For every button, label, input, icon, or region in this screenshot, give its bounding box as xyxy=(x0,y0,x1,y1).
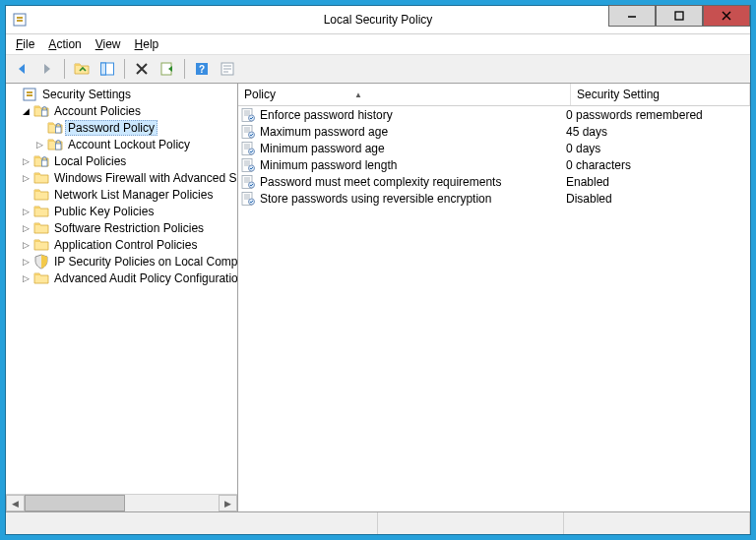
folder-icon xyxy=(33,270,49,286)
minimize-button[interactable] xyxy=(608,5,656,27)
tree-item-application-control[interactable]: ▷ Application Control Policies xyxy=(6,236,237,253)
tree-item-account-policies[interactable]: ◢ Account Policies xyxy=(6,102,237,119)
tree-label: Account Lockout Policy xyxy=(65,137,193,152)
tree-item-account-lockout-policy[interactable]: ▷ Account Lockout Policy xyxy=(6,136,237,152)
tree-item-windows-firewall[interactable]: ▷ Windows Firewall with Advanced Securit… xyxy=(6,169,237,186)
tree-root-security-settings[interactable]: Security Settings xyxy=(6,86,237,102)
menubar: File Action View Help xyxy=(6,34,750,54)
statusbar xyxy=(6,511,750,534)
collapse-icon[interactable]: ◢ xyxy=(20,105,32,117)
tree-label: Advanced Audit Policy Configuration xyxy=(51,270,237,286)
help-button[interactable]: ? xyxy=(190,57,214,81)
policy-name: Maximum password age xyxy=(260,125,388,139)
back-button[interactable] xyxy=(10,57,33,81)
policy-list[interactable]: Enforce password history0 passwords reme… xyxy=(238,106,750,511)
policy-row[interactable]: Enforce password history0 passwords reme… xyxy=(238,106,750,123)
policy-value-cell: 0 days xyxy=(560,142,750,155)
expand-icon[interactable]: ▷ xyxy=(20,172,32,184)
menu-view[interactable]: View xyxy=(90,35,127,53)
tree-item-network-list-manager[interactable]: Network List Manager Policies xyxy=(6,186,237,203)
policy-value-cell: 45 days xyxy=(560,125,750,139)
export-button[interactable] xyxy=(156,57,179,81)
expand-icon[interactable]: ▷ xyxy=(20,272,32,284)
tree-item-ip-security[interactable]: ▷ IP Security Policies on Local Computer xyxy=(6,253,237,270)
column-headers: Policy ▲ Security Setting xyxy=(238,84,750,106)
list-pane: Policy ▲ Security Setting Enforce passwo… xyxy=(238,84,750,511)
policy-row[interactable]: Store passwords using reversible encrypt… xyxy=(238,190,750,207)
forward-button[interactable] xyxy=(35,57,59,81)
properties-button[interactable] xyxy=(216,57,239,81)
policy-value: 0 characters xyxy=(566,158,631,172)
policy-row[interactable]: Minimum password length0 characters xyxy=(238,156,750,173)
policy-name-cell: Minimum password length xyxy=(238,157,560,173)
column-header-security-setting[interactable]: Security Setting xyxy=(571,84,750,105)
expand-icon[interactable]: ▷ xyxy=(20,206,32,217)
tree-pane: Security Settings ◢ Account Policies Pas… xyxy=(6,84,238,511)
maximize-button[interactable] xyxy=(656,5,703,27)
tree-label: Software Restriction Policies xyxy=(51,220,207,236)
folder-icon xyxy=(33,204,49,219)
folder-icon xyxy=(47,120,63,136)
column-header-policy[interactable]: Policy ▲ xyxy=(238,84,571,105)
expand-icon[interactable]: ▷ xyxy=(20,155,32,167)
app-window: Local Security Policy File Action View H… xyxy=(5,5,751,535)
menu-action[interactable]: Action xyxy=(42,35,87,53)
policy-row[interactable]: Minimum password age0 days xyxy=(238,140,750,156)
policy-row[interactable]: Password must meet complexity requiremen… xyxy=(238,173,750,190)
toolbar-sep xyxy=(124,59,125,79)
tree-item-password-policy[interactable]: Password Policy xyxy=(6,119,237,136)
expand-icon[interactable]: ▷ xyxy=(20,222,32,234)
shield-icon xyxy=(33,254,49,270)
menu-help[interactable]: Help xyxy=(129,35,165,53)
scroll-left-button[interactable]: ◀ xyxy=(6,495,25,511)
app-icon xyxy=(12,12,28,28)
column-label: Security Setting xyxy=(577,88,660,101)
tree-label: Windows Firewall with Advanced Security xyxy=(51,170,237,186)
tree-label: Public Key Policies xyxy=(51,204,157,219)
tree-label: Security Settings xyxy=(39,87,134,102)
expand-icon[interactable]: ▷ xyxy=(20,239,32,251)
tree[interactable]: Security Settings ◢ Account Policies Pas… xyxy=(6,84,237,494)
folder-icon xyxy=(33,237,49,253)
scroll-right-button[interactable]: ▶ xyxy=(219,495,237,511)
policy-name-cell: Password must meet complexity requiremen… xyxy=(238,174,560,190)
tree-label: Network List Manager Policies xyxy=(51,187,216,203)
policy-name: Minimum password length xyxy=(260,158,397,172)
toolbar-sep xyxy=(184,59,185,79)
policy-name: Password must meet complexity requiremen… xyxy=(260,175,501,189)
folder-icon xyxy=(33,170,49,186)
close-button[interactable] xyxy=(703,5,750,27)
folder-icon xyxy=(33,153,49,169)
toolbar: ? xyxy=(6,54,750,84)
titlebar[interactable]: Local Security Policy xyxy=(6,6,750,34)
delete-button[interactable] xyxy=(130,57,154,81)
tree-item-public-key-policies[interactable]: ▷ Public Key Policies xyxy=(6,203,237,219)
policy-value: 0 days xyxy=(566,142,600,155)
policy-value: 45 days xyxy=(566,125,607,139)
menu-file[interactable]: File xyxy=(10,35,40,53)
sort-asc-icon: ▲ xyxy=(354,90,362,99)
expand-icon[interactable] xyxy=(8,89,20,100)
policy-name-cell: Minimum password age xyxy=(238,141,560,156)
policy-value: Disabled xyxy=(566,192,612,206)
tree-label: Local Policies xyxy=(51,153,129,169)
policy-item-icon xyxy=(240,107,256,123)
folder-icon xyxy=(33,187,49,203)
policy-item-icon xyxy=(240,157,256,173)
policy-item-icon xyxy=(240,191,256,207)
policy-value: 0 passwords remembered xyxy=(566,108,703,122)
scroll-track[interactable] xyxy=(25,495,219,511)
tree-horizontal-scrollbar[interactable]: ◀ ▶ xyxy=(6,494,237,511)
expand-icon[interactable]: ▷ xyxy=(33,139,45,150)
show-hide-tree-button[interactable] xyxy=(95,57,119,81)
expand-icon[interactable]: ▷ xyxy=(20,256,32,268)
tree-item-software-restriction[interactable]: ▷ Software Restriction Policies xyxy=(6,219,237,236)
up-button[interactable] xyxy=(70,57,94,81)
scroll-thumb[interactable] xyxy=(25,495,125,511)
tree-item-local-policies[interactable]: ▷ Local Policies xyxy=(6,152,237,169)
policy-item-icon xyxy=(240,141,256,156)
tree-label-selected: Password Policy xyxy=(65,120,158,136)
tree-item-advanced-audit[interactable]: ▷ Advanced Audit Policy Configuration xyxy=(6,270,237,286)
folder-icon xyxy=(47,137,63,152)
policy-row[interactable]: Maximum password age45 days xyxy=(238,123,750,140)
